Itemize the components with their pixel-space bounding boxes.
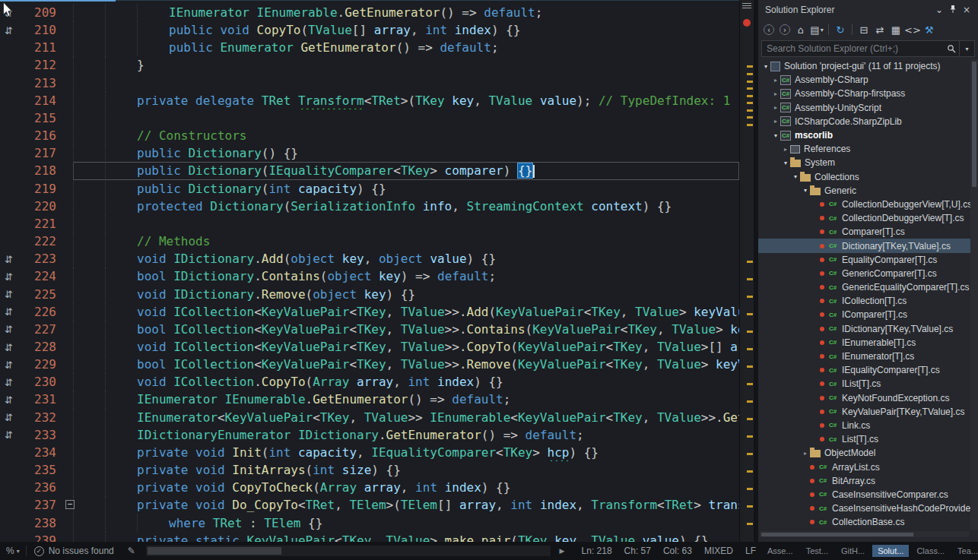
- line-number[interactable]: 234: [26, 444, 56, 461]
- close-icon[interactable]: ×: [960, 5, 973, 15]
- code-line-223[interactable]: ⇵223void IDictionary.Add(object key, obj…: [0, 250, 739, 267]
- implements-icon[interactable]: ⇵: [5, 324, 13, 335]
- code-line-237[interactable]: 237−private void Do_CopyTo<TRet, TElem>(…: [0, 496, 739, 514]
- home-icon[interactable]: ⌂: [793, 22, 808, 37]
- code-line-218[interactable]: 218public Dictionary(IEqualityComparer<T…: [0, 162, 739, 179]
- code-line-221[interactable]: 221: [0, 215, 739, 233]
- sync-with-active-document-icon[interactable]: ⇄: [872, 22, 888, 37]
- line-number[interactable]: 217: [26, 144, 56, 162]
- code-line-233[interactable]: ⇵233IDictionaryEnumerator IDictionary.Ge…: [0, 426, 739, 444]
- code-line-214[interactable]: 214private delegate TRet Transform<TRet>…: [0, 92, 739, 109]
- line-number[interactable]: 239: [26, 532, 56, 542]
- tree-item[interactable]: C#GenericEqualityComparer[T].cs: [758, 280, 970, 294]
- line-number[interactable]: 215: [26, 109, 56, 127]
- code-line-224[interactable]: ⇵224bool IDictionary.Contains(object key…: [0, 267, 739, 285]
- tree-item[interactable]: C#CaseInsensitiveComparer.cs: [758, 488, 970, 501]
- preview-code-icon[interactable]: <>: [904, 22, 921, 37]
- code-line-238[interactable]: 238where TRet : TElem {}: [0, 514, 739, 532]
- line-number[interactable]: 232: [26, 409, 56, 426]
- line-number[interactable]: 222: [26, 233, 56, 250]
- back-icon[interactable]: ‹: [764, 24, 774, 35]
- issues-indicator[interactable]: ✓ No issues found: [27, 546, 122, 556]
- code-text-row[interactable]: where TRet : TElem {}: [73, 514, 739, 532]
- code-text-row[interactable]: public Dictionary(int capacity) {}: [73, 180, 739, 198]
- code-text-row[interactable]: bool ICollection<KeyValuePair<TKey, TVal…: [73, 321, 739, 338]
- expander-collapsed-icon[interactable]: ▸: [771, 90, 780, 97]
- tree-item[interactable]: C#IComparer[T].cs: [758, 308, 970, 321]
- code-line-232[interactable]: ⇵232IEnumerator<KeyValuePair<TKey, TValu…: [0, 409, 739, 426]
- tool-window-tab[interactable]: Class...: [911, 545, 950, 557]
- tree-item[interactable]: C#ArrayList.cs: [758, 460, 970, 473]
- tree-item[interactable]: C#IEnumerator[T].cs: [758, 350, 970, 363]
- forward-icon[interactable]: ›: [780, 24, 790, 35]
- fold-collapse-icon[interactable]: −: [65, 500, 75, 509]
- tree-item[interactable]: C#BitArray.cs: [758, 474, 970, 488]
- code-text-row[interactable]: bool ICollection<KeyValuePair<TKey, TVal…: [73, 356, 739, 373]
- implements-icon[interactable]: ⇵: [5, 24, 13, 36]
- expander-collapsed-icon[interactable]: ▸: [781, 146, 790, 153]
- implements-icon[interactable]: ⇵: [5, 376, 13, 388]
- code-editor[interactable]: ⇵209IEnumerator IEnumerable.GetEnumerato…: [0, 0, 739, 542]
- pin-icon[interactable]: [946, 5, 960, 16]
- code-text-row[interactable]: public Dictionary() {}: [73, 144, 739, 162]
- solution-explorer-titlebar[interactable]: Solution Explorer ⌄ ×: [758, 0, 978, 20]
- tree-horizontal-scrollbar[interactable]: [760, 531, 969, 537]
- line-number[interactable]: 221: [26, 215, 56, 233]
- tree-item[interactable]: ▸References: [758, 142, 970, 156]
- tool-window-tab[interactable]: Solut...: [872, 545, 909, 557]
- code-text-row[interactable]: [73, 109, 739, 127]
- line-number[interactable]: 214: [26, 92, 56, 109]
- tool-window-tab[interactable]: Asse...: [762, 545, 799, 557]
- expander-expanded-icon[interactable]: ▾: [761, 63, 770, 70]
- line-number[interactable]: 212: [26, 56, 56, 74]
- code-text-row[interactable]: protected Dictionary(SerializationInfo i…: [73, 198, 739, 215]
- character-indicator[interactable]: Ch: 57: [624, 546, 651, 556]
- line-number[interactable]: 225: [26, 286, 56, 303]
- code-text-row[interactable]: private void InitArrays(int size) {}: [73, 461, 739, 479]
- search-dropdown-icon[interactable]: ▾: [959, 41, 974, 56]
- code-text-row[interactable]: IEnumerator<KeyValuePair<TKey, TValue>> …: [73, 409, 739, 426]
- code-text-row[interactable]: public Dictionary(IEqualityComparer<TKey…: [73, 162, 739, 179]
- line-number[interactable]: 210: [26, 21, 56, 39]
- code-text-row[interactable]: bool IDictionary.Contains(object key) =>…: [73, 267, 739, 285]
- code-line-228[interactable]: ⇵228void ICollection<KeyValuePair<TKey, …: [0, 338, 739, 356]
- tree-item[interactable]: ▾C#mscorlib: [758, 128, 970, 142]
- wrench-icon[interactable]: ⚒: [922, 22, 937, 37]
- expander-expanded-icon[interactable]: ▾: [791, 173, 800, 180]
- line-number[interactable]: 236: [26, 479, 56, 496]
- code-line-213[interactable]: 213: [0, 74, 739, 92]
- collapse-all-icon[interactable]: ⊟: [856, 22, 872, 37]
- code-line-210[interactable]: ⇵210public void CopyTo(TValue[] array, i…: [0, 21, 739, 39]
- line-number[interactable]: 209: [26, 4, 56, 21]
- tree-item[interactable]: C#List[T].cs: [758, 432, 970, 446]
- implements-icon[interactable]: ⇵: [5, 359, 13, 370]
- tree-vertical-scrollbar[interactable]: [970, 59, 978, 530]
- tree-item[interactable]: C#IEqualityComparer[T].cs: [758, 363, 970, 377]
- properties-icon[interactable]: ▦: [888, 22, 903, 37]
- tree-item[interactable]: C#KeyValuePair[TKey,TValue].cs: [758, 405, 970, 419]
- tree-item[interactable]: C#CollectionDebuggerView[T].cs: [758, 211, 970, 225]
- line-number[interactable]: 216: [26, 127, 56, 144]
- editor-horizontal-scrollbar[interactable]: [146, 546, 551, 556]
- code-line-209[interactable]: ⇵209IEnumerator IEnumerable.GetEnumerato…: [0, 4, 739, 21]
- code-area[interactable]: ⇵209IEnumerator IEnumerable.GetEnumerato…: [0, 0, 739, 542]
- code-text-row[interactable]: // Methods: [73, 233, 739, 250]
- line-number[interactable]: 211: [26, 39, 56, 56]
- line-number[interactable]: 213: [26, 74, 56, 92]
- editor-horizontal-scrollbar-thumb[interactable]: [148, 547, 281, 555]
- tree-item[interactable]: C#CollectionDebuggerView[T,U].cs: [758, 198, 970, 211]
- code-line-211[interactable]: 211public Enumerator GetEnumerator() => …: [0, 39, 739, 56]
- tree-item[interactable]: ▸C#Assembly-CSharp-firstpass: [758, 87, 970, 100]
- tree-item[interactable]: C#IDictionary[TKey,TValue].cs: [758, 322, 970, 336]
- switch-views-icon[interactable]: ▤▾: [809, 22, 824, 37]
- tree-item[interactable]: ▾System: [758, 156, 970, 169]
- code-text-row[interactable]: // Constructors: [73, 127, 739, 144]
- tree-item[interactable]: C#CaseInsensitiveHashCodeProvider.cs: [758, 501, 970, 515]
- line-number[interactable]: 238: [26, 514, 56, 532]
- expander-expanded-icon[interactable]: ▾: [801, 187, 810, 194]
- tree-item[interactable]: ▸ObjectModel: [758, 446, 970, 460]
- code-line-225[interactable]: ⇵225void IDictionary.Remove(object key) …: [0, 286, 739, 303]
- tree-item[interactable]: C#IList[T].cs: [758, 377, 970, 391]
- indentation-indicator[interactable]: MIXED: [704, 546, 733, 556]
- code-text-row[interactable]: private void Do_CopyTo<TRet, TElem>(TEle…: [73, 496, 739, 514]
